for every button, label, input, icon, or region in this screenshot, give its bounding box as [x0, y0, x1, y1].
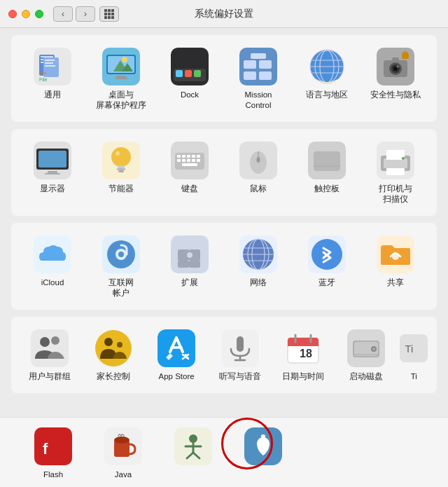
network-icon — [238, 234, 279, 275]
svg-rect-53 — [402, 53, 409, 59]
general-icon-item[interactable]: File New 通用 — [18, 43, 87, 103]
svg-rect-70 — [192, 155, 195, 158]
svg-rect-71 — [197, 155, 200, 158]
ti-icon-item[interactable]: Ti Ti — [398, 325, 430, 385]
svg-rect-89 — [386, 168, 405, 175]
section-2-row: 显示器 节能器 — [18, 137, 430, 207]
language-label: 语言与地区 — [306, 90, 348, 100]
maximize-button[interactable] — [35, 10, 43, 18]
svg-point-60 — [111, 147, 131, 167]
dock-icon-item[interactable]: Dock — [155, 43, 224, 103]
appstore-icon-item[interactable]: App Store — [145, 325, 208, 385]
printers-label: 打印机与扫描仪 — [379, 184, 412, 205]
parental-icon-item[interactable]: 家长控制 — [81, 325, 144, 385]
forward-button[interactable]: › — [76, 6, 95, 22]
mission-icon — [238, 46, 279, 87]
svg-point-25 — [122, 57, 127, 62]
svg-rect-27 — [115, 78, 127, 79]
nav-buttons: ‹ › — [53, 6, 95, 22]
dictation-icon-item[interactable]: 听写与语音 — [208, 325, 271, 385]
close-button[interactable] — [8, 10, 17, 18]
language-icon — [307, 46, 347, 87]
bluetooth-icon-item[interactable]: 蓝牙 — [293, 231, 361, 291]
desktop-icon — [101, 46, 141, 87]
svg-point-146 — [114, 437, 130, 444]
svg-rect-62 — [117, 168, 125, 170]
svg-point-90 — [402, 157, 405, 160]
svg-point-120 — [117, 342, 122, 348]
icloud-icon-item[interactable]: iCloud — [18, 231, 87, 291]
trackpad-icon-item[interactable]: 触控板 — [293, 137, 361, 197]
svg-point-64 — [115, 151, 120, 156]
grid-button[interactable] — [99, 6, 119, 22]
ti-label: Ti — [411, 371, 417, 382]
svg-rect-6 — [104, 16, 107, 19]
general-label: 通用 — [44, 90, 61, 100]
svg-rect-11 — [41, 56, 53, 57]
displays-label: 显示器 — [40, 184, 65, 194]
svg-rect-68 — [182, 155, 186, 158]
svg-text:New: New — [39, 71, 46, 75]
traffic-lights — [8, 10, 43, 18]
svg-rect-15 — [45, 60, 55, 61]
svg-rect-2 — [111, 9, 114, 12]
svg-rect-30 — [176, 70, 183, 77]
svg-rect-26 — [116, 76, 126, 78]
startup-icon-item[interactable]: 启动磁盘 — [335, 325, 398, 385]
svg-rect-38 — [251, 53, 266, 59]
sharing-icon — [375, 234, 416, 275]
svg-rect-35 — [259, 60, 272, 69]
internet-icon-item[interactable]: 互联网帐户 — [87, 231, 155, 301]
appstore-icon — [156, 328, 197, 369]
java-icon-item[interactable]: Java — [88, 423, 158, 483]
java-label: Java — [115, 469, 132, 480]
security-icon-item[interactable]: 安全性与隐私 — [361, 43, 430, 103]
network-icon-item[interactable]: 网络 — [224, 231, 293, 291]
displays-icon-item[interactable]: 显示器 — [18, 137, 87, 197]
mouse-label: 鼠标 — [250, 184, 267, 194]
energy-label: 节能器 — [108, 184, 134, 194]
section-1-row: File New 通用 — [18, 43, 430, 114]
keyboard-icon — [169, 140, 210, 181]
extensions-icon-item[interactable]: 扩展 — [155, 231, 224, 291]
minimize-button[interactable] — [22, 10, 30, 18]
bottom-section: f Flash Java — [0, 417, 448, 487]
users-icon — [29, 328, 70, 369]
mouse-icon-item[interactable]: 鼠标 — [224, 137, 293, 197]
svg-rect-5 — [111, 13, 114, 15]
sharing-label: 共享 — [387, 277, 404, 288]
mission-icon-item[interactable]: MissionControl — [224, 43, 293, 114]
security-icon — [375, 46, 416, 87]
users-icon-item[interactable]: 用户与群组 — [18, 325, 81, 385]
mouse-icon — [238, 140, 279, 181]
svg-rect-76 — [197, 159, 200, 162]
printers-icon-item[interactable]: 打印机与扫描仪 — [361, 137, 430, 207]
java-icon — [103, 426, 144, 467]
keyboard-icon-item[interactable]: 键盘 — [155, 137, 224, 197]
flash-icon-item[interactable]: f Flash — [18, 423, 88, 483]
back-button[interactable]: ‹ — [53, 6, 73, 22]
printers-icon — [375, 140, 416, 181]
internet-label: 互联网帐户 — [108, 277, 134, 299]
svg-rect-7 — [108, 16, 111, 19]
migassist-icon-item[interactable] — [228, 423, 298, 472]
datetime-icon-item[interactable]: 18 日期与时间 — [272, 325, 335, 385]
energy-icon-item[interactable]: 节能器 — [87, 137, 155, 197]
parental-label: 家长控制 — [97, 371, 130, 382]
sharing-icon-item[interactable]: 共享 — [361, 231, 430, 291]
svg-rect-124 — [237, 336, 244, 352]
svg-rect-57 — [48, 171, 57, 173]
svg-rect-37 — [259, 71, 272, 80]
section-2: 显示器 节能器 — [11, 129, 437, 216]
svg-rect-73 — [182, 159, 186, 162]
svg-point-119 — [104, 338, 113, 346]
general-icon: File New — [32, 46, 73, 87]
desktop-label: 桌面与屏幕保护程序 — [96, 90, 146, 111]
svg-rect-3 — [104, 13, 107, 15]
svg-point-118 — [95, 330, 132, 366]
section-3-row: iCloud 互联网帐户 — [18, 231, 430, 301]
svg-point-51 — [397, 66, 399, 68]
desktop-icon-item[interactable]: 桌面与屏幕保护程序 — [87, 43, 155, 114]
language-icon-item[interactable]: 语言与地区 — [293, 43, 361, 103]
mystery-icon-item[interactable] — [158, 423, 228, 472]
